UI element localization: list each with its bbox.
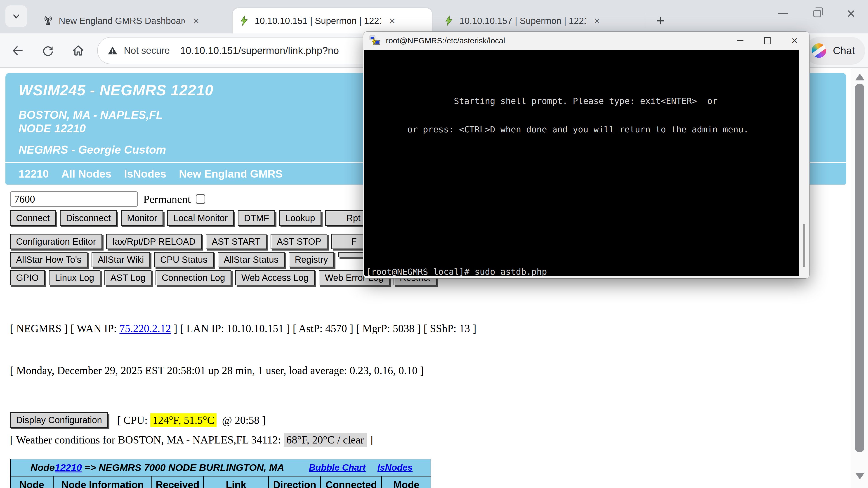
tab-supermon-12210-active[interactable]: 10.10.10.151 | Supermon | 12210 × (232, 8, 432, 33)
col-connected: Connected (321, 476, 382, 488)
window-close-button[interactable]: × (834, 0, 868, 27)
status-line-ip: [ NEGMRS ] [ WAN IP: 75.220.2.12 ] [ LAN… (10, 322, 868, 335)
tab-close-icon[interactable]: × (389, 15, 395, 27)
window-restore-button[interactable] (800, 0, 834, 27)
allstar-status-button[interactable]: AllStar Status (218, 252, 285, 267)
back-arrow-icon (11, 44, 24, 57)
nav-link-all-nodes[interactable]: All Nodes (61, 168, 111, 180)
copilot-chat-button[interactable]: Chat (805, 37, 865, 64)
putty-maximize-button[interactable] (764, 37, 771, 44)
display-configuration-button[interactable]: Display Configuration (10, 412, 108, 428)
node-number-input[interactable] (10, 191, 138, 207)
nav-link-new-england-gmrs[interactable]: New England GMRS (179, 168, 283, 180)
page-scrollbar[interactable] (851, 68, 868, 488)
ast-stop-button[interactable]: AST STOP (271, 234, 327, 249)
col-direction: Direction (269, 476, 321, 488)
cpu-temp-value: 124°F, 51.5°C (150, 413, 217, 427)
nav-link-lsnodes[interactable]: lsNodes (124, 168, 166, 180)
permanent-checkbox[interactable] (196, 194, 205, 204)
scrollbar-thumb[interactable] (855, 84, 864, 452)
node-link[interactable]: 12210 (55, 462, 82, 473)
node-table-header: Node Node Information Received Link Dire… (10, 476, 431, 488)
allstar-howtos-button[interactable]: AllStar How To's (10, 252, 88, 267)
terminal-line (366, 182, 799, 191)
tab-supermon-12211[interactable]: 10.10.10.157 | Supermon | 12211 × (437, 8, 632, 33)
allstar-wiki-button[interactable]: AllStar Wiki (92, 252, 150, 267)
window-controls: × (766, 0, 868, 27)
tab-divider (645, 14, 645, 28)
scroll-down-icon[interactable] (855, 473, 865, 480)
window-minimize-button[interactable] (766, 0, 800, 27)
cpu-temp-line: [ CPU: 124°F, 51.5°C @ 20:58 ] (117, 414, 266, 426)
nav-link-node[interactable]: 12210 (19, 168, 49, 180)
antenna-tower-icon (43, 15, 53, 26)
chevron-down-icon (11, 11, 21, 21)
terminal-scrollbar-thumb[interactable] (803, 224, 805, 267)
wan-ip-link[interactable]: 75.220.2.12 (119, 322, 171, 334)
status-block: [ NEGMRS ] [ WAN IP: 75.220.2.12 ] [ LAN… (10, 293, 868, 405)
restore-icon (813, 10, 821, 18)
scroll-up-icon[interactable] (855, 74, 865, 80)
col-node-information: Node Information (53, 476, 152, 488)
connect-button[interactable]: Connect (10, 210, 56, 226)
terminal-line: [root@NEGMRS local]# sudo astdb.php (366, 267, 799, 276)
lookup-button[interactable]: Lookup (279, 210, 321, 226)
bubble-chart-link[interactable]: Bubble Chart (309, 462, 366, 473)
connection-log-button[interactable]: Connection Log (156, 270, 231, 285)
tab-close-icon[interactable]: × (594, 15, 600, 27)
tab-gmrs-dashboard[interactable]: New England GMRS Dashboard × (37, 8, 228, 33)
terminal-scrollbar[interactable] (799, 50, 809, 276)
terminal-output[interactable]: Starting shell prompt. Please type: exit… (364, 50, 799, 276)
terminal-line: Starting shell prompt. Please type: exit… (366, 96, 799, 106)
chat-label: Chat (833, 44, 855, 57)
linux-log-button[interactable]: Linux Log (49, 270, 100, 285)
home-button[interactable] (67, 39, 90, 62)
col-node: Node (10, 476, 53, 488)
node-table-title-row: Node 12210 => NEGMRS 7000 NODE BURLINGTO… (10, 459, 431, 476)
terminal-line (366, 153, 799, 163)
refresh-icon (41, 44, 54, 57)
iax-rpt-dp-reload-button[interactable]: Iax/Rpt/DP RELOAD (106, 234, 202, 249)
new-tab-button[interactable]: + (650, 10, 671, 31)
ast-log-button[interactable]: AST Log (104, 270, 152, 285)
putty-close-button[interactable]: × (792, 37, 798, 44)
weather-line: [ Weather conditions for BOSTON, MA - NA… (10, 433, 868, 446)
node-table: Node 12210 => NEGMRS 7000 NODE BURLINGTO… (10, 459, 431, 488)
terminal-line (366, 210, 799, 220)
disconnect-button[interactable]: Disconnect (60, 210, 117, 226)
monitor-button[interactable]: Monitor (121, 210, 163, 226)
putty-minimize-button[interactable] (737, 40, 743, 41)
refresh-button[interactable] (37, 39, 59, 62)
config-row: Display Configuration [ CPU: 124°F, 51.5… (10, 412, 868, 428)
tab-search-button[interactable] (5, 5, 27, 27)
home-icon (72, 44, 85, 57)
tab-title: New England GMRS Dashboard (59, 16, 185, 26)
registry-button[interactable]: Registry (289, 252, 334, 267)
putty-icon (369, 35, 381, 46)
configuration-editor-button[interactable]: Configuration Editor (10, 234, 102, 249)
cpu-status-button[interactable]: CPU Status (154, 252, 214, 267)
web-access-log-button[interactable]: Web Access Log (235, 270, 315, 285)
putty-window-controls: × (737, 37, 804, 44)
minimize-icon (778, 13, 788, 14)
green-bolt-favicon (444, 15, 454, 26)
url-text: 10.10.10.151/supermon/link.php?no (180, 45, 339, 56)
col-link: Link (204, 476, 269, 488)
tab-title: 10.10.10.151 | Supermon | 12210 (255, 16, 381, 26)
putty-window-title: root@NEGMRS:/etc/asterisk/local (386, 36, 505, 45)
tab-close-icon[interactable]: × (193, 15, 199, 27)
terminal-line (366, 238, 799, 248)
col-received: Received (152, 476, 204, 488)
putty-title-bar[interactable]: root@NEGMRS:/etc/asterisk/local × (363, 32, 809, 50)
lsnodes-link[interactable]: lsNodes (377, 462, 413, 473)
col-mode: Mode (382, 476, 431, 488)
permanent-label: Permanent (143, 193, 191, 205)
back-button[interactable] (6, 39, 29, 62)
gpio-button[interactable]: GPIO (10, 270, 45, 285)
status-line-uptime: [ Monday, December 29, 2025 EST 20:58:01… (10, 363, 868, 378)
putty-terminal-window[interactable]: root@NEGMRS:/etc/asterisk/local × Starti… (363, 32, 809, 278)
dtmf-button[interactable]: DTMF (238, 210, 275, 226)
not-secure-warning-icon (107, 46, 118, 56)
ast-start-button[interactable]: AST START (206, 234, 267, 249)
local-monitor-button[interactable]: Local Monitor (167, 210, 234, 226)
